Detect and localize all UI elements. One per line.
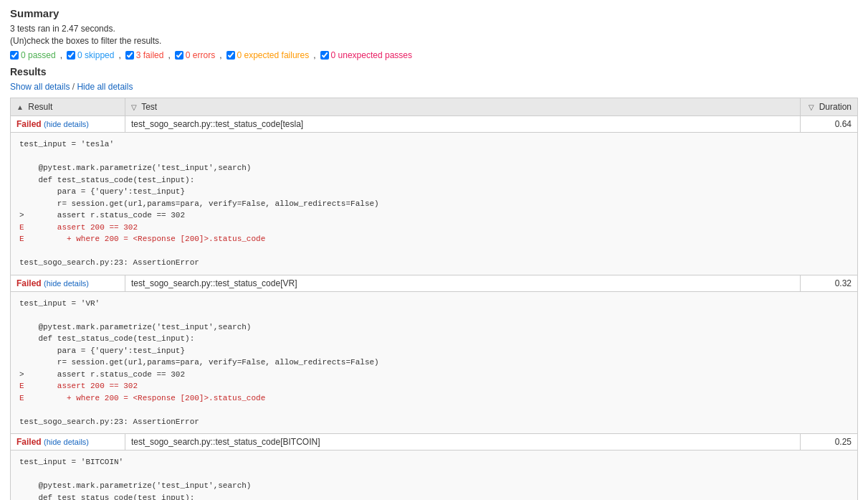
code-line: para = {'query':test_input}: [19, 187, 185, 196]
results-title: Results: [10, 66, 858, 77]
test-name-cell: test_sogo_search.py::test_status_code[te…: [125, 116, 801, 133]
result-cell: Failed (hide details): [11, 434, 125, 451]
code-line: para = {'query':test_input}: [19, 346, 185, 355]
code-block: test_input = 'tesla' @pytest.mark.parame…: [11, 133, 857, 275]
table-row: Failed (hide details)test_sogo_search.py…: [11, 275, 858, 291]
table-row: Failed (hide details)test_sogo_search.py…: [11, 434, 858, 451]
code-line: test_sogo_search.py:23: AssertionError: [19, 258, 199, 267]
show-hide-links: Show all details / Hide all details: [10, 82, 858, 92]
detail-row: test_input = 'BITCOIN' @pytest.mark.para…: [11, 451, 858, 501]
code-line-error: E assert 200 == 302: [19, 223, 138, 232]
code-line: @pytest.mark.parametrize('test_input',se…: [19, 164, 251, 172]
code-line-error: E + where 200 = <Response [200]>.status_…: [19, 394, 265, 402]
filter-item-expected_failures: 0 expected failures: [226, 50, 310, 60]
filter-label-expected_failures: 0 expected failures: [237, 50, 310, 60]
code-line: def test_status_code(test_input):: [19, 176, 194, 184]
code-line: test_input = 'VR': [19, 299, 100, 308]
code-line-marker: > assert r.status_code == 302: [19, 211, 185, 220]
filter-checkbox-skipped[interactable]: [67, 51, 75, 60]
filter-label-errors: 0 errors: [186, 50, 215, 60]
result-cell: Failed (hide details): [11, 275, 125, 291]
code-line: r= session.get(url,params=para, verify=F…: [19, 199, 379, 208]
filter-checkbox-unexpected_passes[interactable]: [320, 51, 329, 60]
filter-label-skipped: 0 skipped: [77, 50, 114, 60]
filter-separator: ,: [118, 50, 120, 60]
hide-details-link[interactable]: (hide details): [44, 438, 89, 446]
filter-separator: ,: [60, 50, 62, 60]
filter-checkbox-expected_failures[interactable]: [226, 51, 235, 60]
detail-row: test_input = 'tesla' @pytest.mark.parame…: [11, 133, 858, 275]
page-title: Summary: [10, 7, 858, 19]
col-result-header[interactable]: ▲ Result: [11, 98, 125, 116]
result-status: Failed: [16, 437, 42, 447]
hide-all-link[interactable]: Hide all details: [77, 82, 133, 92]
filter-item-errors: 0 errors: [175, 50, 215, 60]
code-line: @pytest.mark.parametrize('test_input',se…: [19, 323, 251, 331]
test-name-cell: test_sogo_search.py::test_status_code[BI…: [125, 434, 801, 451]
sort-arrow-result: ▲: [16, 103, 24, 111]
filter-label-passed: 0 passed: [21, 50, 56, 60]
filter-bar: 0 passed, 0 skipped, 3 failed, 0 errors,…: [10, 50, 858, 60]
filter-item-skipped: 0 skipped: [67, 50, 114, 60]
filter-separator: ,: [313, 50, 315, 60]
col-result-label: Result: [28, 102, 52, 112]
test-name-cell: test_sogo_search.py::test_status_code[VR…: [125, 275, 801, 291]
code-line-marker: > assert r.status_code == 302: [19, 370, 185, 379]
filter-checkbox-failed[interactable]: [125, 51, 134, 60]
code-line: test_input = 'tesla': [19, 140, 114, 148]
filter-label-failed: 3 failed: [136, 50, 164, 60]
sort-arrow-duration: ▽: [809, 103, 814, 111]
col-test-header[interactable]: ▽ Test: [125, 98, 801, 116]
code-block: test_input = 'BITCOIN' @pytest.mark.para…: [11, 451, 857, 500]
filter-label-unexpected_passes: 0 unexpected passes: [331, 50, 412, 60]
filter-instruction: (Un)check the boxes to filter the result…: [10, 36, 858, 46]
results-table: ▲ Result ▽ Test ▽ Duration Failed (hide …: [10, 98, 858, 500]
sort-arrow-test: ▽: [131, 103, 137, 111]
result-status: Failed: [16, 278, 42, 288]
table-row: Failed (hide details)test_sogo_search.py…: [11, 116, 858, 133]
duration-cell: 0.64: [801, 116, 858, 133]
code-line: @pytest.mark.parametrize('test_input',se…: [19, 481, 251, 490]
col-duration-header[interactable]: ▽ Duration: [801, 98, 858, 116]
duration-cell: 0.25: [801, 434, 858, 451]
hide-details-link[interactable]: (hide details): [44, 120, 89, 128]
duration-cell: 0.32: [801, 275, 858, 291]
show-all-link[interactable]: Show all details: [10, 82, 70, 92]
filter-item-failed: 3 failed: [125, 50, 164, 60]
filter-checkbox-passed[interactable]: [10, 51, 19, 60]
result-status: Failed: [16, 119, 42, 129]
code-line-error: E + where 200 = <Response [200]>.status_…: [19, 235, 265, 243]
code-block: test_input = 'VR' @pytest.mark.parametri…: [11, 292, 857, 434]
code-line: def test_status_code(test_input):: [19, 334, 194, 343]
filter-item-unexpected_passes: 0 unexpected passes: [320, 50, 412, 60]
detail-cell: test_input = 'tesla' @pytest.mark.parame…: [11, 133, 858, 275]
code-line-error: E assert 200 == 302: [19, 382, 138, 390]
detail-cell: test_input = 'BITCOIN' @pytest.mark.para…: [11, 451, 858, 501]
filter-separator: ,: [168, 50, 170, 60]
filter-item-passed: 0 passed: [10, 50, 56, 60]
stats-line: 3 tests ran in 2.47 seconds.: [10, 24, 858, 34]
col-duration-label: Duration: [819, 102, 852, 112]
code-line: test_sogo_search.py:23: AssertionError: [19, 418, 199, 426]
detail-cell: test_input = 'VR' @pytest.mark.parametri…: [11, 291, 858, 434]
code-line: r= session.get(url,params=para, verify=F…: [19, 358, 379, 367]
detail-row: test_input = 'VR' @pytest.mark.parametri…: [11, 291, 858, 434]
code-line: test_input = 'BITCOIN': [19, 458, 123, 466]
table-header-row: ▲ Result ▽ Test ▽ Duration: [11, 98, 858, 116]
code-line: def test_status_code(test_input):: [19, 494, 194, 501]
col-test-label: Test: [141, 102, 157, 112]
result-cell: Failed (hide details): [11, 116, 125, 133]
hide-details-link[interactable]: (hide details): [44, 279, 89, 288]
filter-checkbox-errors[interactable]: [175, 51, 183, 60]
filter-separator: ,: [219, 50, 221, 60]
